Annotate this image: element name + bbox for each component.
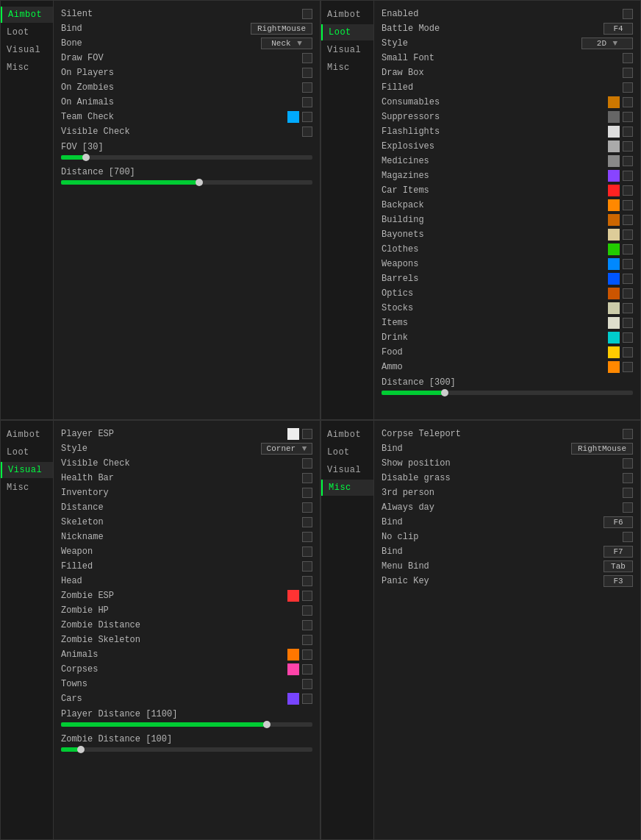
checkbox-no-clip[interactable] <box>623 532 633 542</box>
checkbox-show-position[interactable] <box>623 458 633 469</box>
color-player-esp[interactable] <box>287 428 299 440</box>
slider-loot-distance-track[interactable] <box>382 391 633 395</box>
sidebar-item-misc3[interactable]: Misc <box>1 480 53 496</box>
color-animals[interactable] <box>287 649 299 661</box>
color-optics[interactable] <box>608 288 620 299</box>
color-medicines[interactable] <box>608 155 620 167</box>
bind-rightmouse-btn[interactable]: RightMouse <box>251 23 312 35</box>
checkbox-head[interactable] <box>302 576 312 586</box>
color-weapons[interactable] <box>608 258 620 270</box>
color-consumables[interactable] <box>608 96 620 108</box>
checkbox-towns[interactable] <box>302 679 312 689</box>
slider-zombie-distance-track[interactable] <box>61 747 312 752</box>
menu-bind-btn[interactable]: Tab <box>604 560 633 572</box>
checkbox-drink[interactable] <box>623 332 633 343</box>
checkbox-cars[interactable] <box>302 694 312 704</box>
sidebar-item-loot4[interactable]: Loot <box>321 444 373 460</box>
color-items[interactable] <box>608 317 620 329</box>
checkbox-filled[interactable] <box>623 82 633 93</box>
panic-key-btn[interactable]: F3 <box>604 575 633 587</box>
checkbox-medicines[interactable] <box>623 156 633 166</box>
checkbox-health-bar[interactable] <box>302 473 312 483</box>
checkbox-weapon[interactable] <box>302 547 312 557</box>
style-visual-dropdown[interactable]: Corner ▼ <box>261 443 312 455</box>
color-clothes[interactable] <box>608 243 620 255</box>
checkbox-corpse-teleport[interactable] <box>623 429 633 439</box>
checkbox-nickname[interactable] <box>302 532 312 542</box>
color-explosives[interactable] <box>608 140 620 152</box>
color-zombie-esp[interactable] <box>287 590 299 602</box>
color-car-items[interactable] <box>608 185 620 196</box>
checkbox-flashlights[interactable] <box>623 127 633 137</box>
checkbox-car-items[interactable] <box>623 185 633 196</box>
checkbox-3rd-person[interactable] <box>623 488 633 498</box>
slider-distance-thumb[interactable] <box>196 179 203 186</box>
color-flashlights[interactable] <box>608 126 620 138</box>
sidebar-item-aimbot4[interactable]: Aimbot <box>321 427 373 443</box>
slider-player-distance-track[interactable] <box>61 722 312 727</box>
checkbox-silent[interactable] <box>302 9 312 19</box>
checkbox-on-players[interactable] <box>302 68 312 78</box>
color-suppressors[interactable] <box>608 111 620 123</box>
checkbox-filled-v[interactable] <box>302 561 312 572</box>
checkbox-draw-fov[interactable] <box>302 53 312 63</box>
checkbox-explosives[interactable] <box>623 141 633 152</box>
color-team-check[interactable] <box>287 111 299 123</box>
sidebar-item-visual2[interactable]: Visual <box>321 42 373 58</box>
sidebar-item-visual[interactable]: Visual <box>1 42 53 58</box>
sidebar-item-aimbot3[interactable]: Aimbot <box>1 427 53 443</box>
slider-zombie-distance-thumb[interactable] <box>77 746 85 753</box>
color-bayonets[interactable] <box>608 229 620 241</box>
style-dropdown[interactable]: 2D ▼ <box>581 38 633 49</box>
battlemode-btn[interactable]: F4 <box>604 23 633 35</box>
checkbox-zombie-esp[interactable] <box>302 591 312 601</box>
checkbox-optics[interactable] <box>623 288 633 299</box>
slider-player-distance-thumb[interactable] <box>263 721 271 728</box>
sidebar-item-loot3[interactable]: Loot <box>1 444 53 460</box>
checkbox-skeleton[interactable] <box>302 517 312 527</box>
color-barrels[interactable] <box>608 273 620 285</box>
checkbox-zombie-distance[interactable] <box>302 620 312 630</box>
bone-dropdown[interactable]: Neck ▼ <box>261 38 312 49</box>
checkbox-bayonets[interactable] <box>623 229 633 240</box>
checkbox-magazines[interactable] <box>623 171 633 181</box>
sidebar-item-visual4[interactable]: Visual <box>321 462 373 478</box>
checkbox-items[interactable] <box>623 318 633 328</box>
checkbox-team-check[interactable] <box>302 112 312 122</box>
slider-fov-track[interactable] <box>61 155 312 160</box>
color-stocks[interactable] <box>608 302 620 314</box>
checkbox-visible-check[interactable] <box>302 127 312 137</box>
checkbox-always-day[interactable] <box>623 502 633 513</box>
bind-misc-btn[interactable]: RightMouse <box>571 443 633 455</box>
checkbox-on-animals[interactable] <box>302 97 312 107</box>
slider-distance-track[interactable] <box>61 180 312 185</box>
sidebar-item-misc4[interactable]: Misc <box>321 480 373 496</box>
color-magazines[interactable] <box>608 170 620 182</box>
checkbox-on-zombies[interactable] <box>302 82 312 93</box>
color-food[interactable] <box>608 346 620 358</box>
bind-f7-btn[interactable]: F7 <box>604 546 633 558</box>
color-drink[interactable] <box>608 332 620 344</box>
color-cars[interactable] <box>287 693 299 705</box>
checkbox-suppressors[interactable] <box>623 112 633 122</box>
checkbox-animals[interactable] <box>302 649 312 660</box>
checkbox-building[interactable] <box>623 215 633 225</box>
checkbox-stocks[interactable] <box>623 303 633 313</box>
sidebar-item-loot[interactable]: Loot <box>1 24 53 40</box>
color-building[interactable] <box>608 214 620 226</box>
checkbox-zombie-skeleton[interactable] <box>302 635 312 645</box>
checkbox-disable-grass[interactable] <box>623 473 633 483</box>
sidebar-item-aimbot[interactable]: Aimbot <box>1 7 53 23</box>
color-backpack[interactable] <box>608 199 620 211</box>
sidebar-item-visual3[interactable]: Visual <box>1 462 53 478</box>
sidebar-item-misc[interactable]: Misc <box>1 60 53 76</box>
checkbox-corpses[interactable] <box>302 664 312 675</box>
checkbox-small-font[interactable] <box>623 53 633 63</box>
checkbox-food[interactable] <box>623 347 633 357</box>
checkbox-clothes[interactable] <box>623 244 633 255</box>
checkbox-weapons[interactable] <box>623 259 633 269</box>
checkbox-visible-check-v[interactable] <box>302 458 312 469</box>
checkbox-consumables[interactable] <box>623 97 633 107</box>
checkbox-backpack[interactable] <box>623 200 633 210</box>
slider-loot-distance-thumb[interactable] <box>441 389 448 396</box>
